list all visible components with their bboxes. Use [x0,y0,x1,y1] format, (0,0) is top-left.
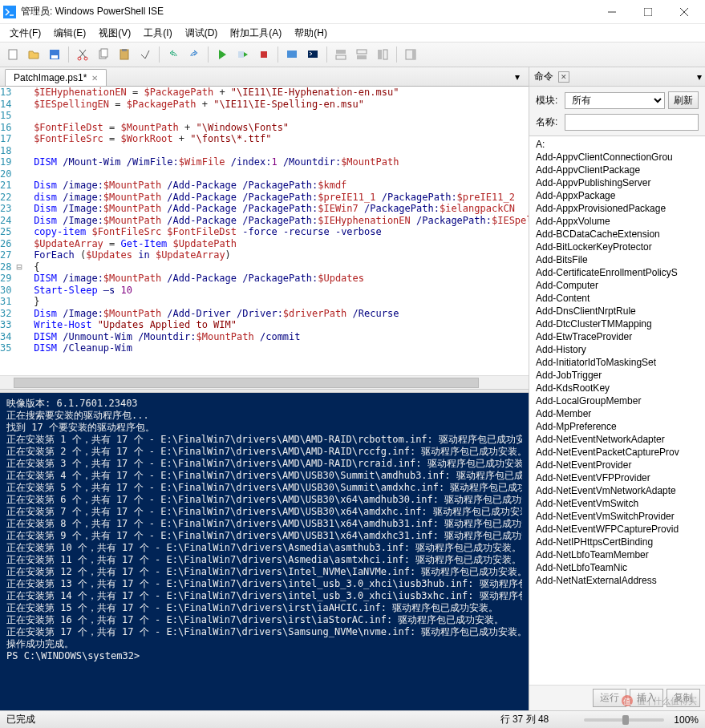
undo-icon[interactable] [164,45,183,64]
svg-rect-23 [378,50,382,59]
command-item[interactable]: Add-AppxVolume [529,215,705,228]
powershell-tab-icon[interactable] [303,45,322,64]
commands-header: 命令 ✕ ▾ [529,67,705,87]
command-item[interactable]: Add-EtwTraceProvider [529,330,705,343]
command-item[interactable]: Add-NetEventNetworkAdapter [529,433,705,446]
show-both-icon[interactable] [373,45,392,64]
command-item[interactable]: Add-BitLockerKeyProtector [529,241,705,253]
app-icon [3,6,16,18]
run-icon[interactable] [213,45,232,64]
command-item[interactable]: Add-InitiatorIdToMaskingSet [529,356,705,369]
command-item[interactable]: Add-AppxProvisionedPackage [529,202,705,215]
menu-debug[interactable]: 调试(D) [179,25,225,42]
console-pane[interactable]: 映像版本: 6.1.7601.23403正在搜索要安装的驱动程序包...找到 1… [0,393,529,710]
command-item[interactable]: Add-NetEventVFPProvider [529,471,705,484]
command-item[interactable]: Add-NetEventVmNetworkAdapte [529,484,705,497]
name-input[interactable] [565,114,699,131]
tab-label: PatchImage.ps1* [14,72,87,83]
svg-rect-17 [287,51,297,58]
command-item[interactable]: Add-NetEventWFPCaptureProvid [529,523,705,536]
paste-icon[interactable] [115,45,134,64]
command-item[interactable]: Add-BCDataCacheExtension [529,228,705,241]
commands-title: 命令 [534,70,553,83]
run-button[interactable]: 运行 [593,689,626,707]
command-item[interactable]: Add-KdsRootKey [529,382,705,394]
menu-edit[interactable]: 编辑(E) [47,25,92,42]
command-item[interactable]: Add-DtcClusterTMMapping [529,317,705,330]
commands-dropdown-icon[interactable]: ▾ [697,71,702,83]
maximize-button[interactable] [630,1,666,23]
commands-close-icon[interactable]: ✕ [558,71,569,83]
commands-list[interactable]: A:Add-AppvClientConnectionGrouAdd-AppvCl… [529,135,705,685]
title-bar: 管理员: Windows PowerShell ISE [0,0,705,24]
name-label: 名称: [536,115,561,129]
command-item[interactable]: Add-History [529,343,705,356]
command-item[interactable]: Add-AppvPublishingServer [529,176,705,189]
tab-close-icon[interactable]: ✕ [91,74,98,83]
svg-rect-24 [383,50,387,59]
command-item[interactable]: Add-AppvClientConnectionGrou [529,151,705,164]
commands-pane: 命令 ✕ ▾ 模块: 所有 刷新 名称: A:Add-AppvClientCon… [529,67,705,710]
open-file-icon[interactable] [24,45,43,64]
menu-help[interactable]: 帮助(H) [288,25,334,42]
command-item[interactable]: Add-AppvClientPackage [529,164,705,176]
new-remote-icon[interactable] [282,45,302,64]
svg-rect-14 [122,49,127,51]
menu-tools[interactable]: 工具(I) [137,25,178,42]
redo-icon[interactable] [184,45,204,64]
svg-rect-26 [412,50,415,59]
command-item[interactable]: A: [529,138,705,151]
editor-tab[interactable]: PatchImage.ps1* ✕ [5,69,107,86]
svg-rect-20 [336,55,346,59]
show-command-addon-icon[interactable] [401,45,420,64]
command-item[interactable]: Add-Computer [529,279,705,292]
command-item[interactable]: Add-NetEventVmSwitch [529,497,705,510]
svg-rect-15 [238,51,244,58]
command-item[interactable]: Add-NetLbfoTeamMember [529,548,705,561]
copy-icon[interactable] [94,45,113,64]
command-item[interactable]: Add-CertificateEnrollmentPolicyS [529,266,705,279]
command-item[interactable]: Add-LocalGroupMember [529,394,705,407]
code-editor[interactable]: 1314151617181920212223242526272829303132… [0,87,529,375]
tab-dropdown-icon[interactable]: ▾ [511,71,524,83]
zoom-slider[interactable] [584,718,664,722]
menu-view[interactable]: 视图(V) [92,25,137,42]
command-item[interactable]: Add-Member [529,407,705,420]
command-item[interactable]: Add-NetEventProvider [529,459,705,471]
show-console-icon[interactable] [352,45,371,64]
command-item[interactable]: Add-AppxPackage [529,189,705,202]
new-file-icon[interactable] [3,45,22,64]
stop-icon[interactable] [254,45,273,64]
command-item[interactable]: Add-MpPreference [529,420,705,433]
run-selection-icon[interactable] [233,45,253,64]
command-item[interactable]: Add-NetEventPacketCaptureProv [529,446,705,459]
editor-hscrollbar[interactable] [0,375,529,389]
editor-column: PatchImage.ps1* ✕ ▾ 13141516171819202122… [0,67,529,710]
menu-bar: 文件(F) 编辑(E) 视图(V) 工具(I) 调试(D) 附加工具(A) 帮助… [0,24,705,42]
minimize-button[interactable] [594,1,630,23]
show-script-icon[interactable] [331,45,350,64]
menu-addons[interactable]: 附加工具(A) [224,25,288,42]
command-item[interactable]: Add-DnsClientNrptRule [529,305,705,317]
insert-button[interactable]: 插入 [630,689,663,707]
command-item[interactable]: Add-Content [529,292,705,305]
svg-rect-21 [357,50,367,54]
command-item[interactable]: Add-NetLbfoTeamNic [529,561,705,574]
command-item[interactable]: Add-NetIPHttpsCertBinding [529,536,705,548]
module-select[interactable]: 所有 [565,92,665,109]
clear-icon[interactable] [136,45,155,64]
menu-file[interactable]: 文件(F) [3,25,47,42]
refresh-button[interactable]: 刷新 [668,91,699,109]
command-item[interactable]: Add-NetNatExternalAddress [529,574,705,587]
command-item[interactable]: Add-JobTrigger [529,369,705,382]
command-item[interactable]: Add-BitsFile [529,253,705,266]
close-button[interactable] [666,1,702,23]
status-ready: 已完成 [6,713,35,726]
svg-rect-12 [101,49,107,57]
cut-icon[interactable] [73,45,92,64]
save-icon[interactable] [45,45,64,64]
command-item[interactable]: Add-NetEventVmSwitchProvider [529,510,705,523]
svg-rect-16 [261,51,267,58]
window-title: 管理员: Windows PowerShell ISE [21,5,594,18]
copy-button[interactable]: 复制 [667,689,700,707]
